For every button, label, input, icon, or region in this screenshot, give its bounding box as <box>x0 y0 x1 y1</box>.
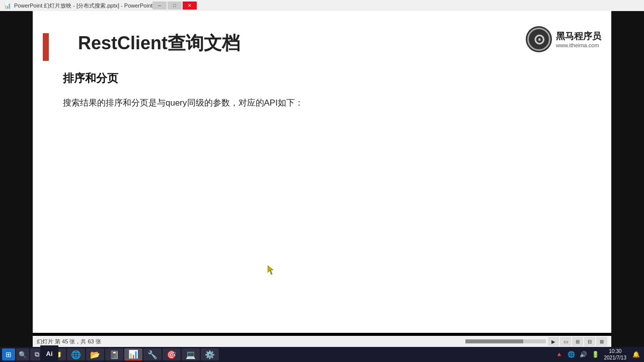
maximize-button[interactable]: □ <box>168 2 182 10</box>
view-buttons: ▶ ▭ ⊞ ⊟ ⊠ <box>548 337 607 346</box>
status-slide-info: 幻灯片 第 45 张，共 63 张 <box>37 338 101 345</box>
play-button[interactable]: ▶ <box>548 337 559 346</box>
right-panel <box>611 11 644 347</box>
present-button[interactable]: ⊠ <box>596 337 607 346</box>
taskbar: ⊞ 🔍 ⧉ 📁 🌐 📂 📓 📊 🔧 🎯 💻 ⚙️ 🔺 🌐 🔊 🔋 10:30 2… <box>0 347 644 362</box>
logo-area: 黑马程序员 www.itheima.com <box>526 26 601 52</box>
slideshow-view-button[interactable]: ⊞ <box>572 337 583 346</box>
close-button[interactable]: ✕ <box>183 2 197 10</box>
progress-bar <box>465 339 546 343</box>
logo-sub-text: www.itheima.com <box>556 42 601 48</box>
start-button[interactable]: ⊞ <box>2 348 15 360</box>
section-heading: 排序和分页 <box>63 71 581 86</box>
clock-time: 10:30 <box>604 348 627 354</box>
taskbar-browser[interactable]: 🌐 <box>67 348 85 360</box>
taskbar-vscode[interactable]: 💻 <box>182 348 200 360</box>
progress-fill <box>465 339 523 343</box>
slide-title: RestClient查询文档 <box>78 31 581 56</box>
taskbar-tool2[interactable]: 🎯 <box>163 348 181 360</box>
logo-main-text: 黑马程序员 <box>556 30 601 42</box>
logo-icon <box>526 26 552 52</box>
slide-container: RestClient查询文档 黑马程序员 www.itheima.com 排序和… <box>33 11 611 333</box>
minimize-button[interactable]: ─ <box>152 2 167 10</box>
system-tray: 🔺 🌐 🔊 🔋 10:30 2021/7/13 🔔 <box>554 348 642 361</box>
title-bar: 📊 PowerPoint 幻灯片放映 - [分布式搜索.pptx] - Powe… <box>0 0 644 11</box>
tray-volume-icon[interactable]: 🔊 <box>578 351 589 358</box>
tray-battery-icon[interactable]: 🔋 <box>590 351 601 358</box>
notification-button[interactable]: 🔔 <box>630 348 642 360</box>
accent-bar <box>43 33 49 61</box>
window-controls: ─ □ ✕ <box>152 2 197 10</box>
status-right: ▶ ▭ ⊞ ⊟ ⊠ <box>465 337 607 346</box>
tray-clock[interactable]: 10:30 2021/7/13 <box>602 348 629 361</box>
logo-text: 黑马程序员 www.itheima.com <box>556 30 601 48</box>
taskbar-explorer[interactable]: 📂 <box>86 348 104 360</box>
tray-icon-1[interactable]: 🔺 <box>554 351 565 358</box>
app-icon: 📊 <box>4 3 11 9</box>
status-bar: 幻灯片 第 45 张，共 63 张 ▶ ▭ ⊞ ⊟ ⊠ <box>33 336 611 347</box>
taskbar-tool3[interactable]: ⚙️ <box>201 348 219 360</box>
search-taskbar-button[interactable]: 🔍 <box>16 348 29 360</box>
clock-date: 2021/7/13 <box>604 354 627 361</box>
taskbar-powerpoint[interactable]: 📊 <box>124 348 142 360</box>
taskbar-onenote[interactable]: 📓 <box>105 348 123 360</box>
taskbar-tool1[interactable]: 🔧 <box>143 348 162 360</box>
title-bar-text: PowerPoint 幻灯片放映 - [分布式搜索.pptx] - PowerP… <box>14 2 152 10</box>
ai-label: Ai <box>40 345 58 362</box>
normal-view-button[interactable]: ▭ <box>560 337 571 346</box>
reading-view-button[interactable]: ⊟ <box>584 337 595 346</box>
slide-content: RestClient查询文档 黑马程序员 www.itheima.com 排序和… <box>33 11 611 333</box>
body-text: 搜索结果的排序和分页是与query同级的参数，对应的API如下： <box>63 96 581 110</box>
left-panel <box>0 11 33 347</box>
tray-network-icon[interactable]: 🌐 <box>566 351 577 358</box>
